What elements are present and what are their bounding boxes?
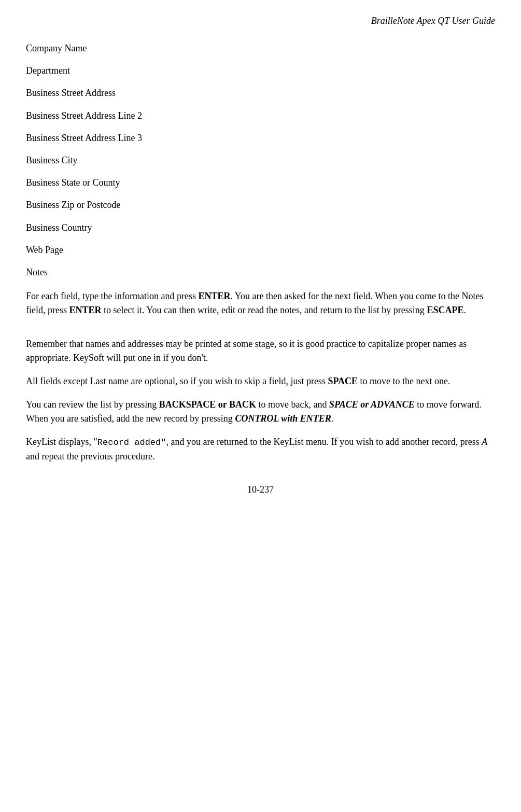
field-street-address-label: Business Street Address — [26, 88, 116, 98]
paragraph-4: You can review the list by pressing BACK… — [26, 398, 495, 426]
para4-control: CONTROL with ENTER — [235, 413, 331, 424]
spacer-1 — [26, 327, 495, 337]
para1-escape: ESCAPE — [427, 305, 463, 315]
field-web-page: Web Page — [26, 244, 495, 257]
para1-text-start: For each field, type the information and… — [26, 291, 198, 301]
field-street-address-2: Business Street Address Line 2 — [26, 109, 495, 122]
para4-text-end: . — [331, 413, 334, 424]
para3-space: SPACE — [328, 376, 358, 386]
field-notes-label: Notes — [26, 267, 48, 277]
field-state-county-label: Business State or County — [26, 177, 120, 188]
para1-text-mid2: to select it. You can then write, edit o… — [102, 305, 427, 315]
paragraph-1: For each field, type the information and… — [26, 289, 495, 317]
field-list: Company Name Department Business Street … — [26, 42, 495, 279]
field-department-label: Department — [26, 65, 70, 76]
para4-backspace: BACKSPACE or BACK — [159, 399, 256, 410]
page-header: BrailleNote Apex QT User Guide — [26, 16, 495, 26]
field-company-name-label: Company Name — [26, 43, 87, 53]
field-street-address-2-label: Business Street Address Line 2 — [26, 110, 142, 121]
field-street-address: Business Street Address — [26, 87, 495, 100]
paragraph-3: All fields except Last name are optional… — [26, 374, 495, 388]
header-title: BrailleNote Apex QT User Guide — [371, 16, 495, 26]
para5-text-mid: , and you are returned to the KeyList me… — [166, 437, 482, 447]
field-street-address-3-label: Business Street Address Line 3 — [26, 133, 142, 143]
field-zip-postcode-label: Business Zip or Postcode — [26, 200, 121, 210]
para3-text-end: to move to the next one. — [358, 376, 450, 386]
para1-enter1: ENTER — [198, 291, 230, 301]
para1-enter2: ENTER — [69, 305, 101, 315]
field-web-page-label: Web Page — [26, 245, 63, 255]
para5-record-added: Record added" — [97, 438, 166, 447]
field-country: Business Country — [26, 221, 495, 234]
field-street-address-3: Business Street Address Line 3 — [26, 132, 495, 145]
para5-a: A — [482, 437, 487, 447]
page-number: 10-237 — [26, 484, 495, 495]
para3-text-start: All fields except Last name are optional… — [26, 376, 328, 386]
para4-text-mid: to move back, and — [256, 399, 329, 410]
field-city-label: Business City — [26, 155, 78, 165]
field-city: Business City — [26, 154, 495, 167]
para1-text-end: . — [463, 305, 466, 315]
field-state-county: Business State or County — [26, 176, 495, 189]
paragraph-2: Remember that names and addresses may be… — [26, 337, 495, 365]
field-company-name: Company Name — [26, 42, 495, 55]
field-notes: Notes — [26, 266, 495, 279]
paragraph-5: KeyList displays, "Record added", and yo… — [26, 435, 495, 464]
page-number-text: 10-237 — [247, 484, 274, 495]
para5-text-end: and repeat the previous procedure. — [26, 451, 154, 461]
field-zip-postcode: Business Zip or Postcode — [26, 199, 495, 212]
field-department: Department — [26, 64, 495, 77]
para4-text-start: You can review the list by pressing — [26, 399, 159, 410]
para2-text: Remember that names and addresses may be… — [26, 339, 467, 363]
field-country-label: Business Country — [26, 222, 92, 233]
para5-text-start: KeyList displays, " — [26, 437, 97, 447]
para4-space: SPACE or ADVANCE — [329, 399, 415, 410]
